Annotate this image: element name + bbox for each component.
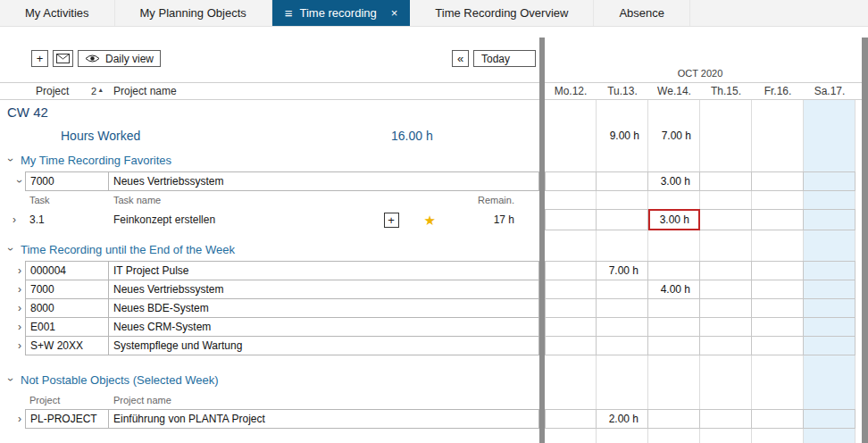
- time-cell[interactable]: [597, 298, 648, 318]
- tab-my-planning-objects[interactable]: My Planning Objects: [115, 0, 272, 26]
- project-code-cell[interactable]: S+W 20XX: [25, 336, 109, 355]
- chevron-right-icon[interactable]: ›: [14, 322, 25, 332]
- time-cell[interactable]: [752, 298, 804, 318]
- project-code-cell[interactable]: 7000: [25, 171, 109, 191]
- time-cell[interactable]: [752, 280, 804, 299]
- time-cell[interactable]: [648, 336, 700, 355]
- day-header-sa[interactable]: Sa.17.: [804, 85, 855, 97]
- chevron-right-icon[interactable]: ›: [9, 214, 20, 225]
- time-cell[interactable]: [597, 280, 648, 299]
- time-cell[interactable]: [597, 171, 648, 191]
- time-cell[interactable]: [804, 409, 855, 429]
- time-cell[interactable]: 2.00 h: [597, 409, 648, 429]
- time-cell[interactable]: [545, 409, 597, 429]
- project-name-cell[interactable]: Einführung von PLANTA Project: [109, 409, 539, 429]
- time-cell[interactable]: [752, 171, 804, 191]
- chevron-down-icon[interactable]: ›: [5, 244, 16, 255]
- time-cell[interactable]: [700, 209, 752, 230]
- section-title[interactable]: My Time Recording Favorites: [21, 154, 171, 167]
- project-name-cell[interactable]: IT Project Pulse: [109, 261, 539, 280]
- sort-indicator[interactable]: 2 ▲: [91, 86, 113, 96]
- time-cell[interactable]: [597, 336, 648, 355]
- time-cell[interactable]: [700, 171, 752, 191]
- time-cell[interactable]: [804, 261, 855, 280]
- time-cell[interactable]: [545, 171, 597, 191]
- time-cell[interactable]: [804, 171, 855, 191]
- day-header-mo[interactable]: Mo.12.: [545, 85, 597, 97]
- view-mode-button[interactable]: Daily view: [78, 50, 161, 67]
- time-cell[interactable]: [648, 317, 700, 337]
- project-code-cell[interactable]: 7000: [25, 280, 109, 299]
- previous-week-button[interactable]: «: [452, 50, 469, 67]
- time-cell[interactable]: [545, 298, 597, 318]
- time-cell[interactable]: [648, 298, 700, 318]
- time-cell[interactable]: [752, 409, 804, 429]
- time-cell[interactable]: [752, 336, 804, 355]
- add-button[interactable]: +: [31, 50, 48, 67]
- time-cell[interactable]: [804, 280, 855, 299]
- time-cell[interactable]: [545, 261, 597, 280]
- time-cell[interactable]: [700, 280, 752, 299]
- project-name-column-header[interactable]: Project name: [113, 85, 177, 97]
- project-name-cell[interactable]: Neues CRM-System: [109, 317, 539, 337]
- time-cell-highlighted[interactable]: 3.00 h: [648, 209, 700, 230]
- tab-my-activities[interactable]: My Activities: [0, 0, 115, 26]
- close-icon[interactable]: ×: [391, 7, 398, 19]
- time-cell[interactable]: [804, 317, 855, 337]
- time-cell[interactable]: 3.00 h: [648, 171, 700, 191]
- tab-absence[interactable]: Absence: [594, 0, 690, 26]
- project-code-cell[interactable]: 8000: [25, 298, 109, 318]
- time-cell[interactable]: 7.00 h: [597, 261, 648, 280]
- chevron-down-icon[interactable]: ›: [5, 374, 16, 385]
- chevron-down-icon[interactable]: ›: [14, 176, 25, 187]
- time-cell[interactable]: [545, 336, 597, 355]
- day-header-tu[interactable]: Tu.13.: [597, 85, 648, 97]
- favorite-star-icon[interactable]: ★: [424, 213, 436, 227]
- time-cell[interactable]: [700, 298, 752, 318]
- time-cell[interactable]: [752, 261, 804, 280]
- task-name[interactable]: Feinkonzept erstellen: [113, 213, 384, 226]
- project-name-cell[interactable]: Neues Vertriebssystem: [109, 171, 539, 191]
- chevron-right-icon[interactable]: ›: [14, 340, 25, 351]
- time-cell[interactable]: [804, 209, 855, 230]
- project-code-cell[interactable]: 000004: [25, 261, 109, 280]
- time-cell[interactable]: [545, 317, 597, 337]
- task-code[interactable]: 3.1: [20, 213, 113, 226]
- project-name-cell[interactable]: Neues BDE-System: [109, 298, 539, 318]
- project-name-cell[interactable]: Neues Vertriebssystem: [109, 280, 539, 299]
- time-cell[interactable]: [545, 209, 597, 230]
- chevron-right-icon[interactable]: ›: [14, 303, 25, 313]
- section-title[interactable]: Time Recording until the End of the Week: [21, 243, 235, 256]
- project-column-header[interactable]: Project: [36, 85, 91, 97]
- day-header-th[interactable]: Th.15.: [700, 85, 752, 97]
- tab-time-recording-overview[interactable]: Time Recording Overview: [410, 0, 594, 26]
- time-cell[interactable]: [700, 336, 752, 355]
- chevron-right-icon[interactable]: ›: [14, 284, 25, 295]
- time-cell[interactable]: [597, 209, 648, 230]
- today-button[interactable]: Today: [473, 50, 536, 67]
- menu-icon[interactable]: ≡: [285, 6, 293, 20]
- project-name-cell[interactable]: Systempflege und Wartung: [109, 336, 539, 355]
- time-cell[interactable]: [545, 280, 597, 299]
- time-cell[interactable]: [597, 317, 648, 337]
- time-cell[interactable]: [804, 336, 855, 355]
- project-code-cell[interactable]: PL-PROJECT: [25, 409, 109, 429]
- chevron-right-icon[interactable]: ›: [14, 265, 25, 276]
- tab-time-recording[interactable]: ≡ Time recording ×: [272, 0, 411, 26]
- panel-splitter[interactable]: [539, 38, 545, 443]
- time-cell[interactable]: [648, 261, 700, 280]
- time-cell[interactable]: [700, 317, 752, 337]
- chevron-right-icon[interactable]: ›: [14, 414, 25, 424]
- day-header-fr[interactable]: Fr.16.: [752, 85, 804, 97]
- time-cell[interactable]: [700, 409, 752, 429]
- time-cell[interactable]: [804, 298, 855, 318]
- mail-button[interactable]: [53, 50, 73, 67]
- time-cell[interactable]: [700, 261, 752, 280]
- section-title[interactable]: Not Postable Objects (Selected Week): [21, 373, 219, 387]
- time-cell[interactable]: [752, 209, 804, 230]
- time-cell[interactable]: [648, 409, 700, 429]
- day-header-we[interactable]: We.14.: [648, 85, 700, 97]
- vertical-scrollbar[interactable]: [862, 38, 868, 443]
- project-code-cell[interactable]: E001: [25, 317, 109, 337]
- time-cell[interactable]: [752, 317, 804, 337]
